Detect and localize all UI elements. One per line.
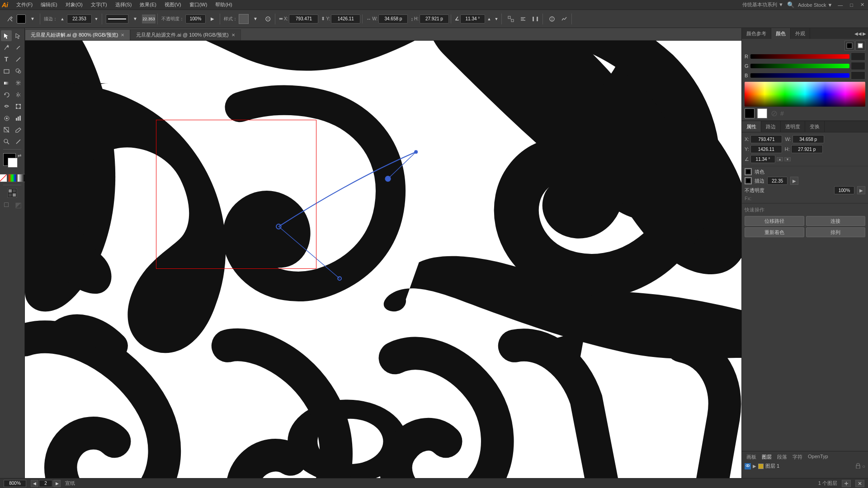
- stroke-line-options[interactable]: ▼: [130, 14, 141, 24]
- pen-tool[interactable]: [1, 42, 12, 53]
- eraser-tool[interactable]: [13, 124, 24, 135]
- fill-icon[interactable]: [745, 168, 752, 175]
- arrange-btn[interactable]: 排列: [806, 227, 866, 237]
- tab-1[interactable]: 元旦星凡始源文件.ai @ 100% (RGB/预览) ✕: [130, 29, 241, 40]
- stroke-icon-btn[interactable]: [855, 41, 865, 51]
- x-transform-input[interactable]: [750, 135, 782, 143]
- delete-layer-btn[interactable]: [855, 480, 864, 487]
- stroke-color-swatch[interactable]: [8, 158, 18, 168]
- mesh-tool[interactable]: [13, 77, 24, 88]
- angle-transform-input[interactable]: [750, 155, 775, 163]
- stroke-row-input[interactable]: [767, 177, 788, 185]
- view-mode-btn[interactable]: [7, 188, 18, 198]
- freehand-tool[interactable]: [13, 42, 24, 53]
- w-input[interactable]: [378, 14, 408, 23]
- screen-mode-btn1[interactable]: □: [1, 199, 12, 210]
- none-icon[interactable]: ⊘: [771, 108, 778, 118]
- style-reset[interactable]: ⊙: [262, 14, 273, 24]
- opacity-expand-btn[interactable]: ▶: [857, 186, 865, 194]
- gradient-tool[interactable]: [1, 77, 12, 88]
- menu-view[interactable]: 视图(V): [161, 0, 185, 9]
- color-mode-none[interactable]: [0, 174, 7, 182]
- menu-object[interactable]: 对象(O): [62, 0, 86, 9]
- window-minimize[interactable]: —: [836, 2, 844, 8]
- graph-tool[interactable]: [13, 113, 24, 123]
- mirror-tool[interactable]: [13, 89, 24, 100]
- screen-mode-btn2[interactable]: ◩: [13, 199, 24, 210]
- slice-tool[interactable]: [1, 124, 12, 135]
- tab-appearance[interactable]: 外观: [791, 28, 810, 39]
- opacity-input[interactable]: [185, 14, 206, 23]
- shape-builder[interactable]: [13, 66, 24, 76]
- b-value[interactable]: [851, 71, 865, 80]
- menu-file[interactable]: 文件(F): [13, 0, 36, 9]
- window-restore[interactable]: □: [848, 2, 855, 8]
- menu-edit[interactable]: 编辑(E): [37, 0, 61, 9]
- g-value[interactable]: [851, 62, 865, 70]
- prop-tab-transparency[interactable]: 透明度: [781, 121, 805, 132]
- measure-tool[interactable]: [13, 136, 24, 147]
- angle-up[interactable]: ▲: [486, 14, 492, 24]
- distribute-btn[interactable]: [530, 14, 541, 24]
- fill-icon-btn[interactable]: [844, 41, 854, 51]
- nav-prev-btn[interactable]: ◀: [31, 480, 38, 487]
- opacity-row-input[interactable]: [834, 186, 854, 194]
- recolor-btn[interactable]: 重新着色: [745, 227, 804, 237]
- lp-tab-paragraph[interactable]: 段落: [775, 453, 789, 461]
- h-transform-input[interactable]: [791, 145, 823, 153]
- symbol-tool[interactable]: [1, 113, 12, 123]
- tab-0-close[interactable]: ✕: [121, 33, 124, 38]
- canvas-area[interactable]: [25, 41, 741, 478]
- warp-tool[interactable]: [1, 101, 12, 112]
- page-input[interactable]: [39, 480, 52, 487]
- zoom-input[interactable]: [4, 480, 26, 487]
- y-input[interactable]: [331, 14, 360, 23]
- stroke-swatch[interactable]: [757, 108, 767, 118]
- stroke-icon[interactable]: [745, 177, 752, 184]
- g-slider-track[interactable]: [750, 64, 849, 68]
- w-transform-input[interactable]: [793, 135, 824, 143]
- menu-text[interactable]: 文字(T): [87, 0, 111, 9]
- layer-lock-icon[interactable]: [856, 463, 860, 469]
- stroke-color-btn[interactable]: [17, 14, 26, 23]
- lp-tab-layers[interactable]: 图层: [760, 453, 774, 461]
- tab-1-close[interactable]: ✕: [231, 33, 235, 38]
- swap-colors-icon[interactable]: ⇄: [18, 153, 21, 158]
- h-input[interactable]: [420, 14, 449, 23]
- layer-name[interactable]: 图层 1: [765, 463, 854, 469]
- search-icon[interactable]: 🔍: [787, 1, 794, 8]
- menu-window[interactable]: 窗口(W): [186, 0, 211, 9]
- angle-down-btn[interactable]: ▼: [784, 157, 791, 161]
- r-value[interactable]: [851, 52, 865, 61]
- layer-visibility-btn[interactable]: [745, 463, 751, 469]
- panel-expand-right[interactable]: ▶: [863, 31, 866, 36]
- tab-0[interactable]: 元旦星凡始讲解.ai @ 800% (RGB/预览) ✕: [25, 29, 130, 40]
- path-offset-btn[interactable]: 位移路径: [745, 216, 804, 226]
- free-transform-tool[interactable]: [13, 101, 24, 112]
- misc-btn1[interactable]: [547, 14, 557, 24]
- menu-help[interactable]: 帮助(H): [212, 0, 236, 9]
- color-spectrum[interactable]: [745, 82, 865, 107]
- panel-collapse-left[interactable]: ◀◀: [854, 31, 862, 36]
- layer-expand-arrow[interactable]: ▶: [753, 464, 756, 469]
- menu-select[interactable]: 选择(S): [112, 0, 136, 9]
- rotate-tool[interactable]: [1, 89, 12, 100]
- nav-next-btn[interactable]: ▶: [53, 480, 61, 487]
- pen-tool-btn[interactable]: [5, 14, 15, 24]
- angle-up-btn[interactable]: ▲: [777, 157, 783, 161]
- prop-tab-attributes[interactable]: 属性: [742, 121, 761, 132]
- rect-tool[interactable]: [1, 66, 12, 76]
- layer-target-circle[interactable]: ○: [862, 464, 865, 469]
- type-tool[interactable]: T: [1, 54, 12, 65]
- angle-down[interactable]: ▼: [493, 14, 500, 24]
- stroke-expand-btn[interactable]: ▶: [790, 177, 798, 185]
- select-tool[interactable]: [1, 30, 12, 41]
- stroke-options-btn[interactable]: ▼: [27, 14, 38, 24]
- hash-pattern-icon[interactable]: #: [780, 110, 784, 117]
- stroke-up-btn[interactable]: ▲: [59, 14, 66, 24]
- line-tool[interactable]: [13, 54, 24, 65]
- y-transform-input[interactable]: [750, 145, 782, 153]
- angle-input[interactable]: [460, 14, 485, 23]
- menu-effect[interactable]: 效果(E): [136, 0, 160, 9]
- x-input[interactable]: [289, 14, 318, 23]
